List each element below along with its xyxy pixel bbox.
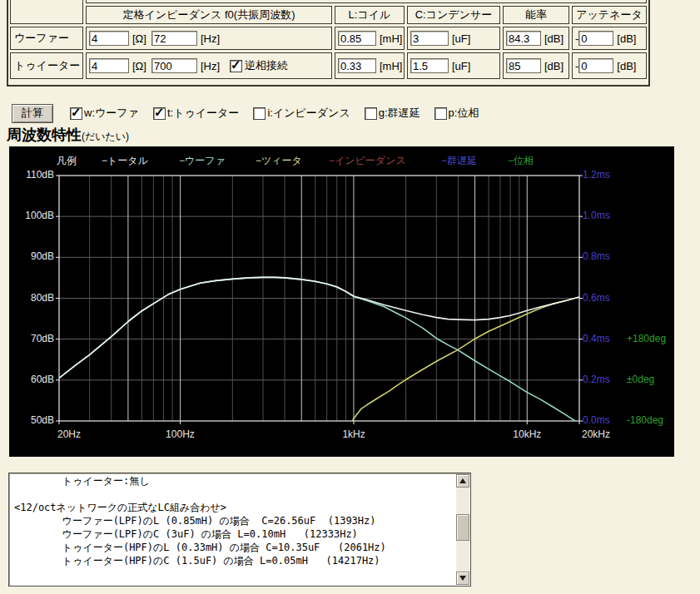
woofer-attenuator-input[interactable] bbox=[578, 31, 613, 46]
y-axis-label-4: 70dB bbox=[9, 333, 54, 344]
deg-axis-label-5: ±0deg bbox=[627, 374, 654, 385]
tweeter-efficiency-input[interactable] bbox=[506, 58, 541, 73]
x-axis-label-3: 10kHz bbox=[513, 428, 541, 440]
woofer-attenuator-cell: - [dB] bbox=[572, 27, 647, 50]
ms-axis-label-1: 1.0ms bbox=[583, 210, 610, 221]
checkbox-tweeter[interactable] bbox=[153, 107, 166, 120]
checkbox-item-woofer[interactable]: w:ウーファ bbox=[70, 106, 139, 121]
tweeter-efficiency-cell: [dB] bbox=[503, 52, 569, 79]
checkbox-woofer[interactable] bbox=[70, 107, 82, 120]
deg-axis-label-4: +180deg bbox=[627, 333, 666, 344]
attenuator-header: アッテネータ bbox=[572, 6, 647, 24]
y-axis-label-3: 80dB bbox=[9, 292, 54, 304]
result-text: トゥイーター:無し <12/octネットワークの正式なLC組み合わせ> ウーファ… bbox=[9, 474, 470, 567]
ms-axis-label-2: 0.8ms bbox=[583, 250, 610, 262]
scrollbar-thumb[interactable] bbox=[456, 514, 469, 541]
tweeter-impedance-unit: [Ω] bbox=[132, 60, 146, 72]
x-axis-label-0: 20Hz bbox=[57, 428, 81, 440]
checkbox-label-tweeter: t:トゥイーター bbox=[167, 106, 239, 121]
woofer-row-label: ウーファー bbox=[10, 27, 83, 50]
calculate-button[interactable]: 計算 bbox=[12, 104, 53, 123]
checkbox-label-phase: p:位相 bbox=[449, 106, 479, 121]
tweeter-coil-input[interactable] bbox=[338, 58, 376, 73]
deg-axis-label-6: -180deg bbox=[627, 414, 663, 426]
section-heading: 周波数特性(だいたい) bbox=[7, 125, 700, 144]
x-axis-label-4: 20kHz bbox=[582, 428, 610, 440]
ms-axis-label-6: 0.0ms bbox=[583, 414, 610, 426]
woofer-cap-cell: [uF] bbox=[407, 27, 500, 50]
table-corner-cell bbox=[10, 0, 83, 24]
x-axis-label-1: 100Hz bbox=[166, 428, 195, 440]
tweeter-att-unit: [dB] bbox=[617, 60, 636, 72]
tweeter-cap-unit: [uF] bbox=[452, 60, 470, 72]
checkbox-impedance[interactable] bbox=[253, 107, 266, 120]
spec-header: 定格インピーダンス f0(共振周波数) bbox=[86, 6, 332, 24]
y-axis-label-6: 50dB bbox=[9, 414, 54, 426]
y-axis-label-5: 60dB bbox=[9, 374, 54, 385]
scroll-down-button[interactable] bbox=[456, 572, 469, 585]
checkbox-item-impedance[interactable]: i:インピーダンス bbox=[253, 106, 350, 121]
frequency-response-chart: 凡例−トータル−ウーファ−ツィータ−インピーダンス−群遅延−位相110dB1.2… bbox=[9, 146, 674, 457]
woofer-coil-unit: [mH] bbox=[380, 32, 402, 45]
page-subtitle: (だいたい) bbox=[82, 131, 129, 142]
ms-axis-label-4: 0.4ms bbox=[583, 333, 610, 344]
table-cutoff-row bbox=[86, 0, 647, 3]
woofer-att-unit: [dB] bbox=[617, 32, 636, 45]
result-output-box[interactable]: トゥイーター:無し <12/octネットワークの正式なLC組み合わせ> ウーファ… bbox=[8, 473, 471, 587]
scroll-up-button[interactable] bbox=[456, 474, 469, 488]
checkbox-label-group-delay: g:群遅延 bbox=[379, 106, 420, 121]
checkbox-label-impedance: i:インピーダンス bbox=[267, 106, 350, 121]
tweeter-coil-cell: [mH] bbox=[335, 52, 405, 79]
tweeter-spec-cell: [Ω] [Hz] 逆相接続 bbox=[86, 52, 332, 79]
series-2 bbox=[59, 277, 579, 378]
tweeter-impedance-input[interactable] bbox=[89, 58, 129, 73]
woofer-efficiency-unit: [dB] bbox=[544, 32, 563, 45]
woofer-efficiency-cell: [dB] bbox=[503, 27, 569, 50]
woofer-spec-cell: [Ω] [Hz] bbox=[86, 27, 332, 50]
arrow-up-icon bbox=[459, 478, 466, 483]
checkbox-group-delay[interactable] bbox=[365, 107, 377, 120]
efficiency-header: 能率 bbox=[503, 6, 569, 24]
ms-axis-label-5: 0.2ms bbox=[583, 374, 610, 385]
checkbox-phase[interactable] bbox=[434, 107, 447, 120]
y-axis-label-0: 110dB bbox=[9, 169, 54, 181]
checkbox-item-phase[interactable]: p:位相 bbox=[434, 106, 479, 121]
woofer-coil-cell: [mH] bbox=[335, 27, 405, 50]
x-axis-label-2: 1kHz bbox=[342, 428, 365, 440]
woofer-coil-input[interactable] bbox=[338, 31, 376, 46]
tweeter-f0-input[interactable] bbox=[151, 58, 197, 73]
y-axis-label-1: 100dB bbox=[9, 210, 54, 221]
tweeter-row-label: トゥイーター bbox=[10, 52, 83, 79]
tweeter-coil-unit: [mH] bbox=[380, 60, 402, 72]
woofer-cap-input[interactable] bbox=[410, 31, 449, 46]
ms-axis-label-0: 1.2ms bbox=[583, 169, 610, 181]
woofer-impedance-unit: [Ω] bbox=[132, 32, 146, 45]
tweeter-cap-input[interactable] bbox=[410, 58, 449, 73]
woofer-f0-unit: [Hz] bbox=[201, 32, 220, 45]
tweeter-cap-cell: [uF] bbox=[407, 52, 500, 79]
woofer-cap-unit: [uF] bbox=[452, 32, 470, 45]
woofer-efficiency-input[interactable] bbox=[506, 31, 541, 46]
checkbox-item-group-delay[interactable]: g:群遅延 bbox=[365, 106, 420, 121]
checkbox-item-tweeter[interactable]: t:トゥイーター bbox=[153, 106, 239, 121]
tweeter-attenuator-input[interactable] bbox=[578, 58, 613, 73]
woofer-f0-input[interactable] bbox=[151, 31, 197, 46]
tweeter-attenuator-cell: - [dB] bbox=[572, 52, 647, 79]
tweeter-f0-unit: [Hz] bbox=[201, 60, 220, 72]
woofer-impedance-input[interactable] bbox=[89, 31, 129, 46]
checkbox-label-woofer: w:ウーファ bbox=[84, 106, 139, 121]
output-scrollbar[interactable] bbox=[456, 474, 469, 585]
ms-axis-label-3: 0.6ms bbox=[583, 292, 610, 304]
y-axis-label-2: 90dB bbox=[9, 250, 54, 262]
reverse-phase-checkbox[interactable] bbox=[230, 60, 242, 72]
tweeter-efficiency-unit: [dB] bbox=[544, 60, 563, 72]
arrow-down-icon bbox=[459, 576, 466, 581]
series-1 bbox=[349, 297, 579, 427]
speaker-parameter-table: 定格インピーダンス f0(共振周波数) L:コイル C:コンデンサー 能率 アッ… bbox=[7, 0, 650, 87]
capacitor-header: C:コンデンサー bbox=[407, 6, 500, 24]
series-0 bbox=[59, 277, 579, 423]
reverse-phase-label: 逆相接続 bbox=[245, 58, 288, 73]
coil-header: L:コイル bbox=[335, 6, 405, 24]
controls-row: 計算 w:ウーファt:トゥイーターi:インピーダンスg:群遅延p:位相 bbox=[12, 103, 700, 123]
page-title: 周波数特性 bbox=[7, 126, 82, 143]
